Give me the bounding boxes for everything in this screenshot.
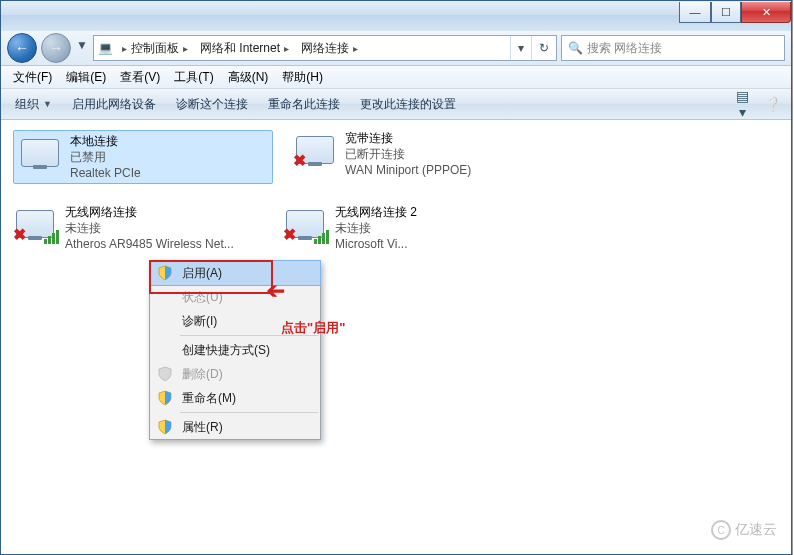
connection-item[interactable]: ✖ 宽带连接 已断开连接 WAN Miniport (PPPOE): [293, 130, 543, 184]
navigation-row: ← → ▼ 💻 ▸ 控制面板 ▸ 网络和 Internet ▸ 网络连接 ▸ ▾…: [1, 31, 791, 66]
connection-status: 已断开连接: [345, 146, 471, 162]
menubar: 文件(F) 编辑(E) 查看(V) 工具(T) 高级(N) 帮助(H): [1, 66, 791, 89]
menu-help[interactable]: 帮助(H): [276, 67, 329, 88]
refresh-button[interactable]: ↻: [531, 36, 556, 60]
menu-edit[interactable]: 编辑(E): [60, 67, 112, 88]
view-icon: ▤: [736, 88, 749, 104]
minimize-button[interactable]: —: [679, 2, 711, 23]
chevron-right-icon: ▸: [284, 43, 289, 54]
watermark-logo-icon: C: [711, 520, 731, 540]
watermark-text: 亿速云: [735, 521, 777, 539]
shield-icon: [157, 419, 173, 435]
shield-icon: [157, 366, 173, 382]
connection-item[interactable]: ✖ 无线网络连接 未连接 Atheros AR9485 Wireless Net…: [13, 204, 263, 252]
separator: [180, 412, 318, 413]
maximize-button[interactable]: ☐: [711, 2, 741, 23]
ctx-label: 状态(U): [182, 289, 223, 306]
window-frame: — ☐ ✕ ← → ▼ 💻 ▸ 控制面板 ▸ 网络和 Internet ▸ 网络…: [0, 0, 792, 555]
disconnected-icon: ✖: [283, 225, 296, 244]
connection-status: 未连接: [65, 220, 234, 236]
window-buttons: — ☐ ✕: [679, 2, 791, 22]
menu-view[interactable]: 查看(V): [114, 67, 166, 88]
connection-device: WAN Miniport (PPPOE): [345, 162, 471, 178]
diagnose-button[interactable]: 诊断这个连接: [170, 93, 254, 116]
forward-button[interactable]: →: [41, 33, 71, 63]
chevron-right-icon: ▸: [353, 43, 358, 54]
breadcrumb[interactable]: 网络连接 ▸: [295, 36, 364, 60]
titlebar: — ☐ ✕: [1, 1, 791, 31]
connection-icon: ✖: [283, 204, 327, 244]
enable-device-button[interactable]: 启用此网络设备: [66, 93, 162, 116]
connection-device: Microsoft Vi...: [335, 236, 417, 252]
shield-icon: [157, 265, 173, 281]
command-toolbar: 组织 ▼ 启用此网络设备 诊断这个连接 重命名此连接 更改此连接的设置 ▤ ▾ …: [1, 89, 791, 120]
connection-item[interactable]: 本地连接 已禁用 Realtek PCIe: [13, 130, 273, 184]
disconnected-icon: ✖: [13, 225, 26, 244]
connection-icon: [18, 133, 62, 173]
connection-device: Atheros AR9485 Wireless Net...: [65, 236, 234, 252]
ctx-label: 属性(R): [182, 419, 223, 436]
annotation-text: 点击"启用": [281, 319, 345, 337]
ctx-status: 状态(U): [150, 285, 320, 309]
view-mode-button[interactable]: ▤ ▾: [731, 88, 753, 120]
ctx-properties[interactable]: 属性(R): [150, 415, 320, 439]
connection-name: 无线网络连接: [65, 204, 234, 220]
connection-name: 宽带连接: [345, 130, 471, 146]
content-pane: 本地连接 已禁用 Realtek PCIe ✖ 宽带连接 已断开连接 WAN M…: [1, 120, 791, 554]
search-input[interactable]: 🔍 搜索 网络连接: [561, 35, 785, 61]
ctx-label: 重命名(M): [182, 390, 236, 407]
breadcrumb-label: 网络和 Internet: [200, 40, 280, 57]
address-bar[interactable]: 💻 ▸ 控制面板 ▸ 网络和 Internet ▸ 网络连接 ▸ ▾ ↻: [93, 35, 557, 61]
chevron-down-icon: ▾: [739, 104, 746, 120]
disconnected-icon: ✖: [293, 151, 306, 170]
ctx-delete: 删除(D): [150, 362, 320, 386]
menu-tools[interactable]: 工具(T): [168, 67, 219, 88]
wifi-signal-icon: [314, 230, 329, 244]
annotation-arrow-icon: ➔: [267, 278, 285, 304]
search-icon: 🔍: [568, 41, 583, 55]
breadcrumb[interactable]: ▸ 控制面板 ▸: [116, 36, 194, 60]
rename-button[interactable]: 重命名此连接: [262, 93, 346, 116]
watermark: C 亿速云: [711, 520, 777, 540]
organize-label: 组织: [15, 96, 39, 113]
ctx-label: 创建快捷方式(S): [182, 342, 270, 359]
shield-icon: [157, 390, 173, 406]
connection-name: 本地连接: [70, 133, 141, 149]
chevron-right-icon: ▸: [183, 43, 188, 54]
search-placeholder: 搜索 网络连接: [587, 40, 662, 57]
connection-status: 未连接: [335, 220, 417, 236]
chevron-right-icon: ▸: [122, 43, 127, 54]
location-icon: 💻: [94, 41, 116, 55]
ctx-label: 诊断(I): [182, 313, 217, 330]
menu-advanced[interactable]: 高级(N): [222, 67, 275, 88]
change-settings-button[interactable]: 更改此连接的设置: [354, 93, 462, 116]
breadcrumb[interactable]: 网络和 Internet ▸: [194, 36, 295, 60]
ctx-rename[interactable]: 重命名(M): [150, 386, 320, 410]
chevron-down-icon: ▼: [43, 99, 52, 109]
organize-button[interactable]: 组织 ▼: [9, 93, 58, 116]
address-dropdown[interactable]: ▾: [510, 36, 531, 60]
help-button[interactable]: ❔: [761, 96, 783, 112]
connection-name: 无线网络连接 2: [335, 204, 417, 220]
ctx-shortcut[interactable]: 创建快捷方式(S): [150, 338, 320, 362]
context-menu: 启用(A) 状态(U) 诊断(I) 创建快捷方式(S) 删除(D) 重命名(M)…: [149, 260, 321, 440]
ctx-enable[interactable]: 启用(A): [149, 260, 321, 286]
breadcrumb-label: 控制面板: [131, 40, 179, 57]
connection-device: Realtek PCIe: [70, 165, 141, 181]
connection-item[interactable]: ✖ 无线网络连接 2 未连接 Microsoft Vi...: [283, 204, 533, 252]
connections-grid: 本地连接 已禁用 Realtek PCIe ✖ 宽带连接 已断开连接 WAN M…: [13, 130, 779, 252]
ctx-label: 启用(A): [182, 265, 222, 282]
nav-history-dropdown[interactable]: ▼: [75, 38, 89, 58]
wifi-signal-icon: [44, 230, 59, 244]
connection-status: 已禁用: [70, 149, 141, 165]
connection-icon: ✖: [13, 204, 57, 244]
close-button[interactable]: ✕: [741, 2, 791, 23]
menu-file[interactable]: 文件(F): [7, 67, 58, 88]
ctx-label: 删除(D): [182, 366, 223, 383]
breadcrumb-label: 网络连接: [301, 40, 349, 57]
back-button[interactable]: ←: [7, 33, 37, 63]
connection-icon: ✖: [293, 130, 337, 170]
